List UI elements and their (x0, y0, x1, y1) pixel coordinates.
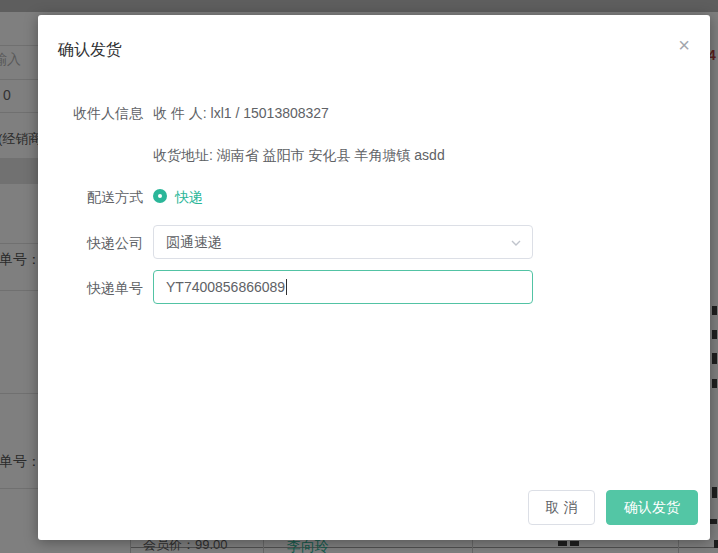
express-company-label: 快递公司 (56, 235, 143, 253)
text-caret (286, 279, 287, 295)
radio-dot-icon (158, 194, 162, 198)
chevron-down-icon (510, 237, 522, 249)
tracking-number-label: 快递单号 (56, 280, 143, 298)
express-company-select[interactable]: 圆通速递 (153, 225, 533, 259)
express-radio-label[interactable]: 快递 (175, 189, 203, 207)
tracking-number-input[interactable]: YT7400856866089 (153, 270, 533, 304)
confirm-shipment-dialog: 确认发货 × 收件人信息 收 件 人: lxl1 / 15013808327 收… (38, 15, 710, 540)
delivery-method-label: 配送方式 (56, 189, 143, 207)
tracking-number-value: YT7400856866089 (166, 279, 285, 295)
cancel-button[interactable]: 取 消 (528, 490, 595, 525)
app-root: 输入 0 (经销商 单号： 单号： 会员价：99.00 李向玲 4 确认发货 ×… (0, 0, 718, 553)
dialog-title: 确认发货 (58, 40, 122, 61)
confirm-button[interactable]: 确认发货 (606, 490, 698, 525)
recipient-info-label: 收件人信息 (56, 105, 143, 123)
close-icon[interactable]: × (672, 33, 696, 57)
express-company-selected-value: 圆通速递 (166, 234, 222, 252)
express-radio-selected[interactable] (153, 189, 167, 203)
recipient-address-value: 收货地址: 湖南省 益阳市 安化县 羊角塘镇 asdd (153, 147, 445, 165)
recipient-name-value: 收 件 人: lxl1 / 15013808327 (153, 105, 329, 123)
